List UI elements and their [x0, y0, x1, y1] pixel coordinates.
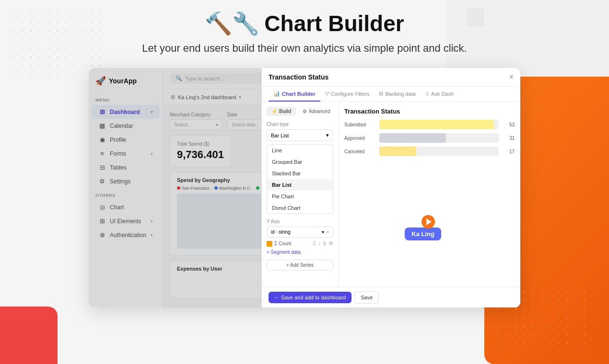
modal-title: Transaction Status	[269, 73, 328, 81]
segment-data-link[interactable]: + Segment data	[267, 250, 333, 255]
modal-close-button[interactable]: ×	[509, 73, 514, 81]
bar-row-canceled: Canceled 17	[344, 147, 515, 156]
tab-data-label: Backing data	[385, 91, 416, 97]
agg-filter-icon[interactable]: ⊻	[323, 240, 327, 247]
bar-value-canceled: 17	[503, 149, 515, 154]
agg-settings-icon[interactable]: ⚙	[328, 240, 333, 247]
agg-sum-icon[interactable]: Σ	[313, 240, 316, 247]
save-dashboard-button[interactable]: ← Save and add to dashboard	[269, 292, 351, 303]
add-series-button[interactable]: + Add Series	[267, 260, 333, 271]
tab-configure-filters[interactable]: ▽ Configure Filters	[320, 87, 375, 102]
bar-track-canceled	[379, 147, 499, 156]
tab-filters-label: Configure Filters	[331, 91, 370, 97]
page-title: 🔨🔧 Chart Builder	[205, 11, 404, 36]
agg-color-swatch	[267, 241, 272, 247]
chart-preview: Transaction Status Submitted 53 Approved	[339, 102, 520, 287]
aggregation-row: Σ Count Σ ↕ ⊻ ⚙	[267, 240, 333, 247]
bar-fill-approved	[379, 133, 446, 143]
builder-panel: ⚡ Build ⚙ Advanced Chart type Bar List	[262, 102, 339, 287]
chart-type-label: Chart type	[267, 122, 333, 127]
option-grouped-bar[interactable]: Grouped Bar	[267, 156, 333, 168]
tab-chart-builder-label: Chart Builder	[282, 91, 316, 97]
bar-fill-canceled	[379, 147, 416, 156]
bar-value-submitted: 53	[503, 122, 515, 127]
y-axis-value: id · string	[271, 229, 291, 235]
y-axis-field[interactable]: id · string ▾ ×	[267, 227, 333, 238]
chart-type-select[interactable]: Bar List ▾	[267, 129, 333, 141]
advanced-icon: ⚙	[303, 109, 307, 114]
title-text: Chart Builder	[264, 11, 404, 36]
build-tab[interactable]: ⚡ Build	[267, 107, 296, 116]
filter-tab-icon: ▽	[325, 91, 329, 97]
modal-header: Transaction Status ×	[262, 68, 520, 87]
play-button[interactable]	[422, 215, 435, 228]
option-pie-chart[interactable]: Pie Chart	[267, 191, 333, 202]
chart-builder-icon: 📊	[273, 91, 280, 97]
modal-footer: ← Save and add to dashboard Save	[262, 287, 520, 307]
option-bar-list[interactable]: Bar List	[267, 179, 333, 191]
chart-preview-title: Transaction Status	[344, 108, 515, 115]
chart-type-dropdown: Line Grouped Bar Stacked Bar Bar List Pi…	[267, 144, 333, 214]
agg-sort-icon[interactable]: ↕	[318, 240, 321, 247]
close-y[interactable]: ×	[326, 229, 329, 235]
page-subtitle: Let your end users build their own analy…	[142, 42, 467, 55]
tab-ask-label: Ask Dash	[431, 91, 454, 97]
app-window: 🚀 YourApp MENU ⊞ Dashboard ▾ ▦ Calendar …	[89, 68, 520, 307]
tab-ask-dash[interactable]: ◇ Ask Dash	[421, 87, 458, 102]
bar-fill-submitted	[379, 120, 494, 129]
bar-track-submitted	[379, 120, 499, 129]
bar-value-approved: 31	[503, 136, 515, 141]
bar-label-canceled: Canceled	[344, 149, 375, 154]
play-icon	[426, 218, 432, 225]
bar-row-approved: Approved 31	[344, 133, 515, 143]
tab-chart-builder[interactable]: 📊 Chart Builder	[269, 87, 320, 102]
data-tab-icon: ⊟	[379, 91, 383, 97]
modal-body: ⚡ Build ⚙ Advanced Chart type Bar List	[262, 102, 520, 287]
chevron-y: ▾	[322, 229, 324, 235]
modal-overlay: Transaction Status × 📊 Chart Builder ▽ C…	[89, 68, 520, 307]
bar-row-submitted: Submitted 53	[344, 120, 515, 129]
option-stacked-bar[interactable]: Stacked Bar	[267, 168, 333, 179]
option-line[interactable]: Line	[267, 145, 333, 156]
chart-type-chevron: ▾	[326, 132, 329, 138]
y-axis-label: Y Axis	[267, 219, 333, 224]
advanced-tab[interactable]: ⚙ Advanced	[298, 107, 335, 116]
agg-label: Σ Count	[274, 241, 292, 246]
agg-icons: Σ ↕ ⊻ ⚙	[313, 240, 333, 247]
ka-ling-tooltip: Ka Ling	[405, 228, 441, 240]
chart-type-value: Bar List	[271, 133, 289, 138]
option-donut-chart[interactable]: Donut Chart	[267, 202, 333, 214]
advanced-label: Advanced	[309, 109, 330, 114]
bar-label-approved: Approved	[344, 136, 375, 141]
build-icon: ⚡	[271, 109, 277, 114]
bar-track-approved	[379, 133, 499, 143]
hammer-icon: 🔨🔧	[205, 11, 259, 36]
build-advanced-tabs: ⚡ Build ⚙ Advanced	[267, 107, 333, 116]
modal-tabs: 📊 Chart Builder ▽ Configure Filters ⊟ Ba…	[262, 87, 520, 102]
save-button[interactable]: Save	[354, 291, 379, 304]
ask-tab-icon: ◇	[425, 91, 429, 97]
bg-bottom-left	[0, 307, 58, 364]
modal-panel: Transaction Status × 📊 Chart Builder ▽ C…	[261, 68, 520, 307]
bar-label-submitted: Submitted	[344, 122, 375, 127]
build-label: Build	[279, 109, 291, 114]
tab-backing-data[interactable]: ⊟ Backing data	[374, 87, 421, 102]
